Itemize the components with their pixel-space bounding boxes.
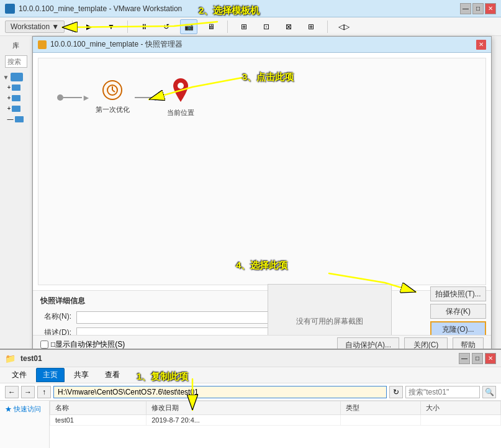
tab-share[interactable]: 共享 (67, 368, 96, 382)
up-button[interactable]: ↑ (37, 386, 51, 398)
col-date[interactable]: 修改日期 (147, 401, 341, 415)
svg-point-3 (178, 83, 184, 89)
details-title: 快照详细信息 (40, 296, 484, 306)
forward-button[interactable]: → (21, 386, 35, 398)
pause-button[interactable]: ⏸ (135, 19, 153, 34)
explorer-title-text: test01 (20, 354, 454, 363)
play-dropdown[interactable]: ▼ (102, 19, 120, 34)
location-pin-container (172, 77, 189, 103)
snapshot-canvas: ► 第一次优化 ► (38, 58, 486, 285)
vmware-title-text: 10.0.0.100_mine_template - VMware Workst… (19, 4, 460, 13)
vm-sub-icon (12, 85, 20, 91)
vm-sub-item[interactable]: + (7, 84, 30, 91)
snapshot-title-bar: 10.0.0.100_mine_template - 快照管理器 ✕ (33, 37, 491, 53)
no-screenshot-text: 没有可用的屏幕截图 (296, 316, 363, 327)
snapshot-button[interactable]: 📷 (180, 19, 197, 34)
expand-icon[interactable]: ▼ (3, 74, 9, 81)
view-btn-1[interactable]: ⊞ (235, 19, 253, 34)
node-2-label: 当前位置 (167, 108, 194, 117)
snapshot-close-button[interactable]: ✕ (476, 40, 486, 50)
file-size (421, 415, 501, 426)
view-switch-button[interactable]: ◁▷ (335, 19, 353, 34)
file-table: 名称 修改日期 类型 大小 test01 2019-8-7 20:4... (50, 401, 501, 426)
tab-file[interactable]: 文件 (5, 368, 34, 382)
toolbar-separator-2 (127, 21, 128, 33)
search-button[interactable]: 🔍 (482, 386, 496, 398)
connector-line-2 (135, 97, 153, 98)
snapshot-node-1[interactable]: 第一次优化 (96, 80, 130, 114)
minimize-button[interactable]: — (460, 3, 471, 14)
save-button[interactable]: 保存(K) (430, 304, 486, 319)
menu-bar: Workstation ▼ ▶ ▼ ⏸ ↺ 📷 🖥 ⊞ ⊡ ⊠ ⊞ ◁▷ (0, 17, 501, 36)
vm-sub-icon-2 (12, 95, 20, 101)
library-search-input[interactable] (5, 55, 27, 68)
snapshot-manager-window: 10.0.0.100_mine_template - 快照管理器 ✕ ► 第一次… (32, 36, 492, 359)
workstation-menu[interactable]: Workstation ▼ (5, 21, 65, 33)
snapshot-title-icon (38, 40, 47, 49)
connector-line-1 (63, 97, 82, 98)
name-row: 名称(N): (40, 311, 484, 324)
workstation-label: Workstation (11, 22, 50, 31)
vm-list-item[interactable]: ▼ (3, 73, 29, 81)
clone-button[interactable]: 克隆(O)... (430, 321, 486, 336)
take-snapshot-button[interactable]: 拍摄快照(T)... (430, 286, 486, 301)
vm-settings-button[interactable]: 🖥 (202, 19, 220, 34)
toolbar-separator-1 (72, 21, 73, 33)
view-btn-4[interactable]: ⊞ (302, 19, 320, 34)
file-date: 2019-8-7 20:4... (147, 415, 341, 426)
sub-expand-icon-2[interactable]: + (7, 94, 11, 101)
explorer-address-bar: ← → ↑ ↻ 🔍 (0, 383, 501, 401)
arrow-1: ► (82, 93, 91, 103)
search-input[interactable] (405, 386, 480, 398)
explorer-tab-bar: 文件 主页 共享 查看 (0, 367, 501, 383)
table-row[interactable]: test01 2019-8-7 20:4... (50, 415, 501, 426)
auto-protect-checkbox[interactable] (40, 341, 48, 349)
explorer-close-btn[interactable]: ✕ (485, 353, 496, 364)
explorer-minimize-btn[interactable]: — (459, 353, 470, 364)
back-button[interactable]: ← (5, 386, 19, 398)
maximize-button[interactable]: □ (472, 3, 484, 14)
arrow-2: ► (153, 93, 162, 103)
close-button[interactable]: ✕ (485, 3, 496, 14)
tab-view[interactable]: 查看 (98, 368, 127, 382)
view-btn-2[interactable]: ⊡ (258, 19, 275, 34)
sub-expand-icon[interactable]: + (7, 84, 11, 91)
file-explorer-window: 📁 test01 — □ ✕ 文件 主页 共享 查看 ← → ↑ ↻ 🔍 ★ 快… (0, 349, 501, 448)
vm-sub-item-2[interactable]: + (7, 94, 30, 101)
vmware-title-bar: 10.0.0.100_mine_template - VMware Workst… (0, 0, 501, 17)
view-btn-3[interactable]: ⊠ (280, 19, 297, 34)
col-type[interactable]: 类型 (341, 401, 421, 415)
workstation-dropdown-icon: ▼ (52, 22, 59, 31)
title-bar-controls: — □ ✕ (460, 3, 496, 14)
tab-home[interactable]: 主页 (36, 368, 65, 382)
sub-expand-icon-4[interactable]: — (7, 116, 14, 122)
refresh-button[interactable]: ↻ (389, 386, 403, 398)
vm-sub-item-4[interactable]: — (7, 116, 30, 122)
sub-expand-icon-3[interactable]: + (7, 105, 11, 112)
address-input[interactable] (53, 386, 387, 398)
library-sidebar: 库 ▼ + + + — (0, 36, 32, 349)
play-button[interactable]: ▶ (80, 19, 97, 34)
node-1-label: 第一次优化 (96, 105, 130, 114)
clock-icon (102, 80, 122, 100)
snapshot-nodes: ► 第一次优化 ► (57, 77, 199, 117)
quick-access-item[interactable]: ★ 快速访问 (2, 403, 47, 415)
vmware-icon (5, 4, 15, 14)
toolbar-separator-4 (327, 21, 328, 33)
explorer-sidebar: ★ 快速访问 (0, 401, 50, 448)
start-node (57, 94, 63, 101)
folder-icon: 📁 (5, 354, 16, 363)
explorer-title-bar: 📁 test01 — □ ✕ (0, 350, 501, 367)
snapshot-node-2[interactable]: 当前位置 (167, 77, 194, 117)
col-name[interactable]: 名称 (50, 401, 147, 415)
vm-icon (11, 73, 23, 81)
file-type (341, 415, 421, 426)
explorer-maximize-btn[interactable]: □ (472, 353, 483, 364)
vm-sub-item-3[interactable]: + (7, 105, 30, 112)
toolbar-separator-3 (227, 21, 228, 33)
explorer-title-controls: — □ ✕ (459, 353, 496, 364)
reset-button[interactable]: ↺ (158, 19, 175, 34)
svg-line-2 (112, 90, 115, 92)
col-size[interactable]: 大小 (421, 401, 501, 415)
explorer-main: 名称 修改日期 类型 大小 test01 2019-8-7 20:4... (50, 401, 501, 448)
